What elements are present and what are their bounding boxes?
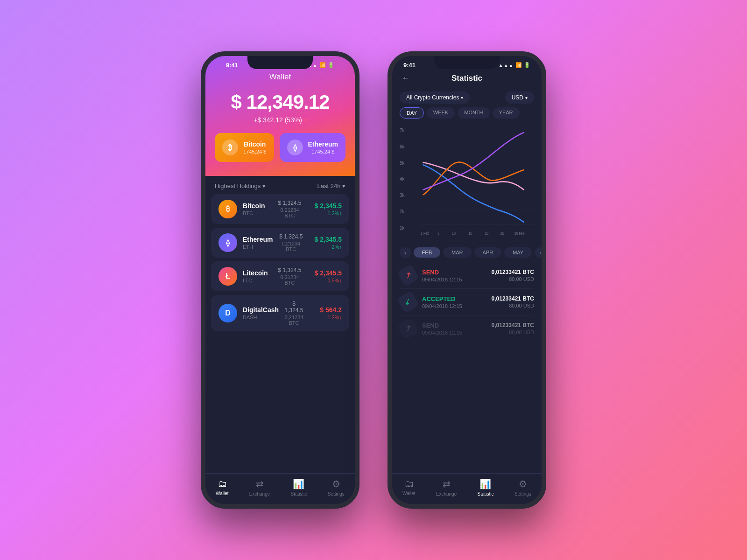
nav-statistic[interactable]: 📊 Statistic bbox=[290, 478, 307, 497]
tx-row-accepted[interactable]: ↗ ACCEPTED 09/04/2018 12:15 0,01233421 B… bbox=[400, 289, 534, 315]
table-row[interactable]: ₿ Bitcoin BTC $ 1,324.5 0,21234 BTC $ 2,… bbox=[211, 194, 349, 224]
table-row[interactable]: D DigitalCash DASH $ 1,324.5 0,21234 BTC… bbox=[211, 295, 349, 331]
tx-amount-accepted: 0,01233421 BTC 80,00 USD bbox=[492, 295, 534, 308]
statistic-nav-icon: 📊 bbox=[293, 478, 304, 490]
stat-nav-statistic[interactable]: 📊 Statistic bbox=[477, 478, 493, 497]
nav-settings[interactable]: ⚙ Settings bbox=[328, 478, 345, 497]
time-btn-day[interactable]: DAY bbox=[400, 107, 424, 119]
btc-row-info: Bitcoin BTC bbox=[243, 202, 270, 216]
wallet-title: Wallet bbox=[215, 70, 345, 91]
table-row[interactable]: ⟠ Ethereum ETH $ 1,324.5 0,21234 BTC $ 2… bbox=[211, 228, 349, 258]
chart-y-labels: 7k 6k 5k 4k 3k 2k 1k bbox=[400, 128, 405, 231]
time-btn-year[interactable]: YEAR bbox=[493, 107, 520, 119]
tx-row-send-1[interactable]: ↗ SEND 09/04/2018 12:15 0,01233421 BTC 8… bbox=[400, 262, 534, 289]
tx-row-send-2[interactable]: ↗ SEND 09/04/2018 12:15 0,01233421 BTC 8… bbox=[400, 315, 534, 342]
btc-card[interactable]: ₿ Bitcoin 1745,24 $ bbox=[215, 133, 274, 162]
eth-card[interactable]: ⟠ Ethereum 1745,24 $ bbox=[280, 133, 345, 162]
holdings-filter[interactable]: Last 24h ▾ bbox=[317, 182, 346, 189]
stat-bottom-nav: 🗂 Wallet ⇄ Exchange 📊 Statistic ⚙ Settin… bbox=[392, 473, 542, 504]
wallet-content: Highest Holdings ▾ Last 24h ▾ ₿ Bitcoin … bbox=[205, 176, 355, 504]
currency-label: All Crypto Currencies bbox=[406, 94, 459, 101]
ltc-row-name: Litecoin bbox=[243, 269, 270, 277]
nav-wallet[interactable]: 🗂 Wallet bbox=[216, 478, 228, 497]
status-time-2: 9:41 bbox=[403, 62, 416, 69]
svg-text:10: 10 bbox=[452, 231, 456, 236]
ltc-change-val: $ 2,345.5 bbox=[309, 269, 342, 277]
tx-btc-send-1: 0,01233421 BTC bbox=[492, 269, 534, 275]
svg-text:25: 25 bbox=[500, 231, 504, 236]
eth-row-info: Ethereum ETH bbox=[243, 236, 273, 250]
wifi-icon: 📶 bbox=[319, 62, 326, 68]
tx-amount-send-2: 0,01233421 BTC 80,00 USD bbox=[492, 322, 534, 335]
eth-row-name: Ethereum bbox=[243, 236, 273, 243]
svg-text:5: 5 bbox=[437, 231, 439, 236]
holdings-title[interactable]: Highest Holdings ▾ bbox=[215, 182, 266, 189]
time-btn-month[interactable]: MONTH bbox=[458, 107, 489, 119]
settings-nav-icon: ⚙ bbox=[332, 478, 340, 490]
eth-btc: 0,21234 BTC bbox=[279, 241, 303, 252]
month-btn-feb[interactable]: FEB bbox=[414, 247, 440, 258]
stat-wallet-icon: 🗂 bbox=[404, 478, 414, 489]
usd-label: USD bbox=[512, 94, 523, 101]
stat-exchange-icon: ⇄ bbox=[443, 478, 451, 490]
wallet-balance: $ 12,349.12 bbox=[215, 91, 345, 113]
dash-change: $ 564.2 1.2%↓ bbox=[309, 306, 342, 320]
eth-row-price: $ 1,324.5 0,21234 BTC bbox=[279, 233, 303, 252]
usd-dropdown[interactable]: USD ▾ bbox=[505, 91, 534, 104]
stat-controls: All Crypto Currencies ▾ USD ▾ bbox=[392, 88, 542, 107]
table-row[interactable]: Ł Litecoin LTC $ 1,324.5 0,21234 BTC $ 2… bbox=[211, 261, 349, 291]
btc-row-symbol: BTC bbox=[243, 210, 270, 216]
btc-card-value: 1745,24 $ bbox=[243, 149, 267, 154]
month-btn-may[interactable]: MAY bbox=[504, 247, 532, 258]
eth-change: $ 2,345.5 2%↑ bbox=[309, 236, 342, 250]
ltc-row-price: $ 1,324.5 0,21234 BTC bbox=[276, 267, 303, 286]
ltc-row-info: Litecoin LTC bbox=[243, 269, 270, 283]
stat-nav-settings[interactable]: ⚙ Settings bbox=[514, 478, 531, 497]
btc-card-info: Bitcoin 1745,24 $ bbox=[243, 140, 267, 154]
phone-wallet: 9:41 ▲▲▲ 📶 🔋 Wallet $ 12,349.12 +$ 342.1… bbox=[201, 51, 359, 509]
phone-statistic: 9:41 ▲▲▲ 📶 🔋 ← Statistic All Crypto Curr… bbox=[388, 51, 546, 509]
stat-nav-exchange[interactable]: ⇄ Exchange bbox=[436, 478, 457, 497]
month-btn-prev[interactable]: ‹ bbox=[400, 247, 411, 258]
y-label-7k: 7k bbox=[400, 128, 405, 133]
btc-change-val: $ 2,345.5 bbox=[309, 202, 342, 210]
change-arrow: ↑ bbox=[304, 117, 307, 124]
tx-info-send-2: SEND 09/04/2018 12:15 bbox=[422, 322, 486, 336]
time-btn-week[interactable]: WEEK bbox=[427, 107, 455, 119]
ltc-row-symbol: LTC bbox=[243, 278, 270, 283]
time-filters: DAY WEEK MONTH YEAR bbox=[392, 107, 542, 123]
month-btn-next[interactable]: › bbox=[535, 247, 542, 258]
month-btn-apr[interactable]: APR bbox=[474, 247, 502, 258]
battery-icon-2: 🔋 bbox=[524, 62, 530, 68]
stat-nav-wallet[interactable]: 🗂 Wallet bbox=[402, 478, 415, 497]
currency-dropdown-icon: ▾ bbox=[461, 95, 463, 100]
tx-info-accepted: ACCEPTED 09/04/2018 12:15 bbox=[422, 295, 486, 309]
tx-btc-send-2: 0,01233421 BTC bbox=[492, 322, 534, 329]
exchange-nav-icon: ⇄ bbox=[256, 478, 264, 490]
btc-row-price: $ 1,324.5 0,21234 BTC bbox=[276, 200, 303, 218]
eth-card-info: Ethereum 1745,24 $ bbox=[308, 140, 338, 154]
chart-svg: 1 Feb 5 10 15 20 25 30 Feb bbox=[400, 125, 534, 245]
svg-text:20: 20 bbox=[485, 231, 488, 236]
tx-send-icon-2: ↗ bbox=[396, 317, 419, 340]
stat-exchange-label: Exchange bbox=[436, 491, 457, 497]
month-filters: ‹ FEB MAR APR MAY › bbox=[392, 245, 542, 262]
dash-btc: 0,21234 BTC bbox=[284, 315, 303, 326]
ltc-row-icon: Ł bbox=[218, 267, 237, 286]
eth-pct: 2%↑ bbox=[309, 244, 342, 250]
dash-pct: 1.2%↓ bbox=[309, 315, 342, 320]
ltc-change: $ 2,345.5 0.5%↓ bbox=[309, 269, 342, 283]
statistic-nav-label: Statistic bbox=[290, 491, 307, 497]
btc-pct: 1.2%↑ bbox=[309, 210, 342, 216]
currency-dropdown[interactable]: All Crypto Currencies ▾ bbox=[400, 91, 470, 104]
y-label-6k: 6k bbox=[400, 144, 405, 149]
month-btn-mar[interactable]: MAR bbox=[443, 247, 471, 258]
status-bar-2: 9:41 ▲▲▲ 📶 🔋 bbox=[392, 56, 542, 70]
back-button[interactable]: ← bbox=[402, 73, 410, 83]
nav-exchange[interactable]: ⇄ Exchange bbox=[249, 478, 270, 497]
tx-usd-accepted: 80,00 USD bbox=[492, 303, 534, 308]
btc-btc: 0,21234 BTC bbox=[276, 207, 303, 218]
svg-text:30 Feb: 30 Feb bbox=[514, 231, 525, 236]
dash-row-info: DigitalCash DASH bbox=[243, 306, 279, 320]
btc-change: $ 2,345.5 1.2%↑ bbox=[309, 202, 342, 216]
